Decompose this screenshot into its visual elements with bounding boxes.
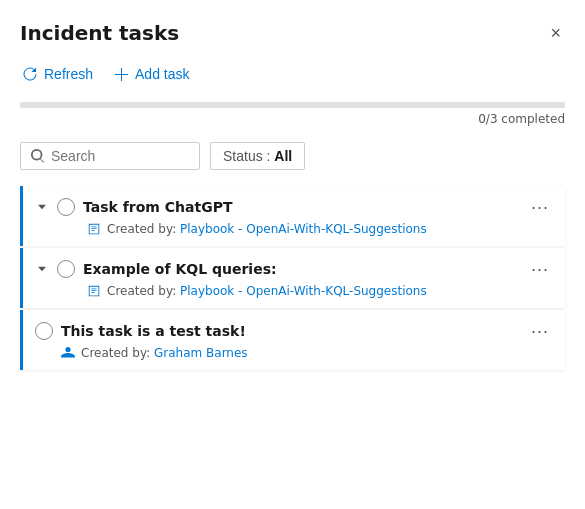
task-item: This task is a test task! ··· Created by… (20, 310, 565, 370)
task-meta: Created by: Playbook - OpenAi-With-KQL-S… (87, 222, 553, 236)
task-more-button[interactable]: ··· (527, 322, 553, 340)
close-button[interactable]: × (546, 20, 565, 46)
search-box (20, 142, 200, 170)
refresh-label: Refresh (44, 66, 93, 82)
expand-button[interactable] (35, 262, 49, 276)
task-complete-toggle[interactable] (57, 198, 75, 216)
task-name: This task is a test task! (61, 323, 246, 339)
task-complete-toggle[interactable] (35, 322, 53, 340)
search-icon (31, 149, 45, 163)
task-name: Example of KQL queries: (83, 261, 277, 277)
task-complete-toggle[interactable] (57, 260, 75, 278)
task-item: Example of KQL queries: ··· Created by: … (20, 248, 565, 308)
progress-bar-wrap (20, 102, 565, 108)
playbook-icon (87, 222, 101, 236)
task-name: Task from ChatGPT (83, 199, 232, 215)
task-left: Task from ChatGPT (35, 198, 232, 216)
person-icon (61, 346, 75, 360)
task-meta: Created by: Playbook - OpenAi-With-KQL-S… (87, 284, 553, 298)
add-task-button[interactable]: Add task (111, 62, 191, 86)
task-meta-text: Created by: Graham Barnes (81, 346, 248, 360)
add-icon (113, 66, 129, 82)
tasks-list: Task from ChatGPT ··· Created by: Playbo… (20, 186, 565, 372)
task-header: This task is a test task! ··· (35, 322, 553, 340)
add-task-label: Add task (135, 66, 189, 82)
task-left: Example of KQL queries: (35, 260, 277, 278)
filter-row: Status : All (20, 142, 565, 170)
panel-header: Incident tasks × (20, 20, 565, 46)
refresh-button[interactable]: Refresh (20, 62, 95, 86)
task-more-button[interactable]: ··· (527, 260, 553, 278)
chevron-down-icon (35, 200, 49, 214)
incident-tasks-panel: Incident tasks × Refresh Add task 0/3 co… (0, 0, 585, 509)
progress-section: 0/3 completed (20, 102, 565, 126)
search-input[interactable] (51, 148, 189, 164)
refresh-icon (22, 66, 38, 82)
status-value: All (274, 148, 292, 164)
playbook-icon (87, 284, 101, 298)
task-meta-text: Created by: Playbook - OpenAi-With-KQL-S… (107, 222, 427, 236)
toolbar: Refresh Add task (20, 62, 565, 86)
task-header: Task from ChatGPT ··· (35, 198, 553, 216)
status-filter-button[interactable]: Status : All (210, 142, 305, 170)
task-more-button[interactable]: ··· (527, 198, 553, 216)
task-left: This task is a test task! (35, 322, 246, 340)
task-item: Task from ChatGPT ··· Created by: Playbo… (20, 186, 565, 246)
task-meta: Created by: Graham Barnes (61, 346, 553, 360)
progress-label: 0/3 completed (20, 112, 565, 126)
panel-title: Incident tasks (20, 21, 179, 45)
task-header: Example of KQL queries: ··· (35, 260, 553, 278)
chevron-down-icon (35, 262, 49, 276)
task-meta-text: Created by: Playbook - OpenAi-With-KQL-S… (107, 284, 427, 298)
expand-button[interactable] (35, 200, 49, 214)
status-label: Status : (223, 148, 270, 164)
